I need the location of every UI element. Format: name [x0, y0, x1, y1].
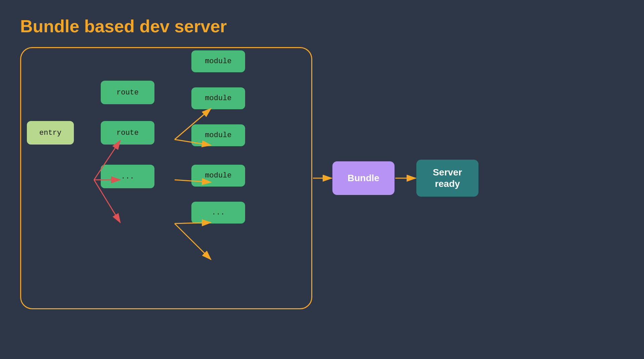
- page-title: Bundle based dev server: [20, 16, 227, 36]
- module3-node: module: [191, 124, 245, 146]
- route2-node: route: [101, 121, 154, 145]
- dots2-node: ...: [191, 202, 245, 224]
- dots1-node: ...: [101, 165, 154, 188]
- module4-node: module: [191, 165, 245, 187]
- server-ready-node: [416, 160, 478, 197]
- route1-node: route: [101, 81, 154, 104]
- module2-node: module: [191, 87, 245, 109]
- module1-node: module: [191, 50, 245, 72]
- bundle-node: Bundle: [332, 161, 395, 195]
- outer-bundle-box: [20, 47, 312, 309]
- entry-node: entry: [27, 121, 74, 145]
